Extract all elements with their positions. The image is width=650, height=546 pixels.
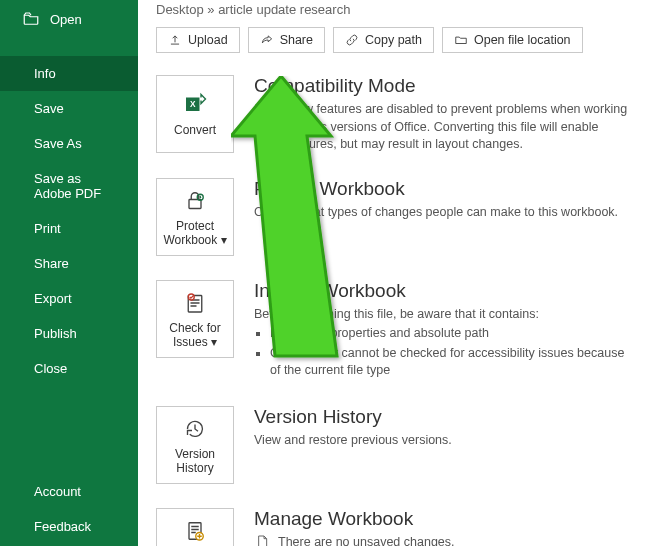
- lock-icon: [180, 186, 210, 216]
- inspect-item: Document properties and absolute path: [270, 325, 630, 343]
- check-issues-tile[interactable]: Check for Issues ▾: [156, 280, 234, 358]
- sidebar-open-label: Open: [50, 12, 82, 27]
- sidebar-item-save[interactable]: Save: [0, 91, 138, 126]
- version-body: View and restore previous versions.: [254, 432, 630, 450]
- open-folder-icon: [22, 10, 40, 28]
- folder-icon: [454, 33, 468, 47]
- sidebar-item-publish[interactable]: Publish: [0, 316, 138, 351]
- inspect-item: Content that cannot be checked for acces…: [270, 345, 630, 380]
- share-icon: [260, 33, 274, 47]
- sidebar-item-export[interactable]: Export: [0, 281, 138, 316]
- info-toolbar: Upload Share Copy path Open file locatio…: [156, 27, 650, 53]
- info-panel: Desktop » article update research Upload…: [138, 0, 650, 546]
- version-history-label: Version History: [161, 448, 229, 476]
- sidebar-item-share[interactable]: Share: [0, 246, 138, 281]
- link-icon: [345, 33, 359, 47]
- sidebar-item-feedback[interactable]: Feedback: [0, 509, 138, 544]
- convert-tile[interactable]: X Convert: [156, 75, 234, 153]
- protect-body: Control what types of changes people can…: [254, 204, 630, 222]
- upload-icon: [168, 33, 182, 47]
- section-manage: Manage Workbook ▾ Manage Workbook There …: [156, 508, 650, 547]
- chevron-down-icon: ▾: [221, 233, 227, 247]
- upload-button[interactable]: Upload: [156, 27, 240, 53]
- sidebar-item-print[interactable]: Print: [0, 211, 138, 246]
- breadcrumb: Desktop » article update research: [156, 0, 650, 27]
- sidebar-item-account[interactable]: Account: [0, 474, 138, 509]
- convert-tile-label: Convert: [174, 124, 216, 138]
- backstage-sidebar: Open Info Save Save As Save as Adobe PDF…: [0, 0, 138, 546]
- chevron-down-icon: ▾: [211, 335, 217, 349]
- manage-workbook-tile[interactable]: Manage Workbook ▾: [156, 508, 234, 547]
- svg-rect-2: [189, 199, 201, 208]
- copy-path-button[interactable]: Copy path: [333, 27, 434, 53]
- section-compatibility: X Convert Compatibility Mode Some new fe…: [156, 75, 650, 154]
- history-icon: [180, 414, 210, 444]
- protect-title: Protect Workbook: [254, 178, 630, 200]
- section-protect: Protect Workbook ▾ Protect Workbook Cont…: [156, 178, 650, 256]
- inspect-lead: Before publishing this file, be aware th…: [254, 306, 630, 324]
- open-location-button[interactable]: Open file location: [442, 27, 583, 53]
- svg-text:X: X: [190, 100, 196, 109]
- protect-tile-label: Protect Workbook ▾: [161, 220, 229, 248]
- excel-convert-icon: X: [180, 90, 210, 120]
- compat-title: Compatibility Mode: [254, 75, 630, 97]
- section-version-history: Version History Version History View and…: [156, 406, 650, 484]
- document-icon: [254, 534, 270, 547]
- sidebar-item-info[interactable]: Info: [0, 56, 138, 91]
- sidebar-open[interactable]: Open: [0, 0, 138, 42]
- version-history-tile[interactable]: Version History: [156, 406, 234, 484]
- version-title: Version History: [254, 406, 630, 428]
- protect-workbook-tile[interactable]: Protect Workbook ▾: [156, 178, 234, 256]
- compat-body: Some new features are disabled to preven…: [254, 101, 630, 154]
- manage-workbook-icon: [180, 516, 210, 546]
- sidebar-item-save-adobe-pdf[interactable]: Save as Adobe PDF: [0, 161, 138, 211]
- sidebar-item-save-as[interactable]: Save As: [0, 126, 138, 161]
- share-button[interactable]: Share: [248, 27, 325, 53]
- section-inspect: Check for Issues ▾ Inspect Workbook Befo…: [156, 280, 650, 382]
- check-issues-icon: [180, 288, 210, 318]
- check-issues-label: Check for Issues ▾: [161, 322, 229, 350]
- manage-body: There are no unsaved changes.: [278, 535, 455, 547]
- sidebar-item-close[interactable]: Close: [0, 351, 138, 386]
- manage-title: Manage Workbook: [254, 508, 630, 530]
- inspect-title: Inspect Workbook: [254, 280, 630, 302]
